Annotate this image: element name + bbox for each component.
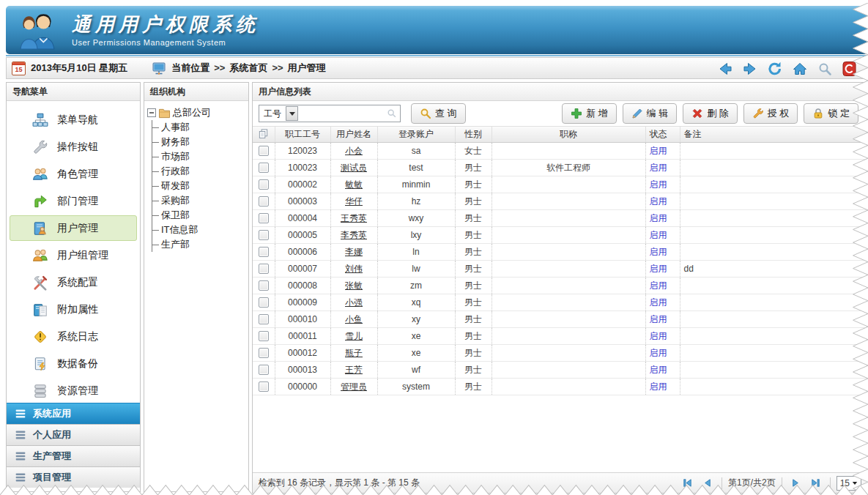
tree-node[interactable]: 财务部 bbox=[152, 135, 245, 149]
cell-status: 启用 bbox=[645, 176, 680, 193]
accordion-header[interactable]: 个人应用 bbox=[7, 424, 140, 445]
user-name-link[interactable]: 王芳 bbox=[345, 365, 363, 375]
cell-status: 启用 bbox=[645, 160, 680, 176]
row-checkbox[interactable] bbox=[259, 264, 269, 274]
nav-item-icon bbox=[32, 329, 48, 345]
tree-node[interactable]: 人事部 bbox=[152, 120, 245, 135]
accordion-header[interactable]: 项目管理 bbox=[7, 466, 140, 488]
tree-node[interactable]: 研发部 bbox=[152, 179, 245, 193]
tree-node[interactable]: IT信息部 bbox=[152, 223, 245, 237]
row-checkbox[interactable] bbox=[259, 247, 269, 257]
user-name-link[interactable]: 刘伟 bbox=[345, 264, 363, 274]
tree-node[interactable]: 保卫部 bbox=[152, 208, 245, 223]
row-checkbox[interactable] bbox=[259, 179, 269, 190]
user-name-link[interactable]: 敏敏 bbox=[345, 179, 363, 190]
nav-menu-item[interactable]: 菜单导航 bbox=[10, 107, 137, 133]
nav-menu-item[interactable]: 用户管理 bbox=[10, 215, 137, 241]
row-checkbox[interactable] bbox=[259, 146, 269, 156]
cell-job-title bbox=[492, 227, 645, 244]
row-checkbox[interactable] bbox=[259, 331, 269, 341]
user-name-link[interactable]: 小鱼 bbox=[345, 314, 363, 324]
prev-page-button[interactable] bbox=[700, 475, 716, 491]
breadcrumb-bar: 15 2013年5月10日 星期五 当前位置>>系统首页>>用户管理 bbox=[6, 57, 868, 79]
next-page-button[interactable] bbox=[788, 475, 804, 491]
tree-node[interactable]: 生产部 bbox=[152, 237, 245, 252]
column-header-title[interactable]: 职称 bbox=[492, 127, 645, 143]
row-checkbox[interactable] bbox=[259, 382, 269, 392]
row-checkbox[interactable] bbox=[259, 297, 269, 308]
tree-node[interactable]: 市场部 bbox=[152, 149, 245, 164]
nav-menu-item[interactable]: 用户组管理 bbox=[10, 242, 137, 268]
select-all-icon[interactable] bbox=[253, 127, 275, 143]
user-name-link[interactable]: 管理员 bbox=[341, 382, 367, 392]
accordion-header[interactable]: 生产管理 bbox=[7, 445, 140, 466]
nav-menu-item[interactable]: 操作按钮 bbox=[10, 134, 137, 160]
toolbar-button[interactable]: 删 除 bbox=[683, 103, 738, 124]
accordion-header[interactable]: 系统应用 bbox=[7, 403, 140, 424]
user-name-link[interactable]: 王秀英 bbox=[341, 213, 367, 223]
search-button[interactable] bbox=[816, 60, 834, 78]
table-row: 000003华仔hz男士启用 bbox=[253, 193, 867, 210]
user-name-link[interactable]: 瓶子 bbox=[345, 348, 363, 358]
search-input[interactable] bbox=[299, 106, 384, 121]
cell-job-title bbox=[492, 294, 645, 311]
column-header-account[interactable]: 登录账户 bbox=[377, 127, 455, 143]
tree-node[interactable]: 行政部 bbox=[152, 164, 245, 179]
toolbar-button[interactable]: 新 增 bbox=[562, 103, 617, 124]
toolbar-button[interactable]: 编 辑 bbox=[623, 103, 678, 124]
last-page-button[interactable] bbox=[808, 475, 824, 491]
cell-job-title bbox=[492, 362, 645, 379]
tree-root-label: 总部公司 bbox=[173, 106, 211, 119]
user-name-link[interactable]: 测试员 bbox=[341, 163, 367, 173]
nav-accordion: 系统应用个人应用生产管理项目管理 bbox=[7, 403, 140, 488]
user-name-link[interactable]: 小会 bbox=[345, 146, 363, 156]
forward-button[interactable] bbox=[741, 60, 759, 78]
breadcrumb-separator: >> bbox=[214, 62, 225, 73]
toolbar-button[interactable]: 锁 定 bbox=[804, 103, 858, 124]
nav-menu-item[interactable]: 数据备份 bbox=[10, 351, 137, 376]
nav-menu-item[interactable]: 部门管理 bbox=[10, 188, 137, 214]
nav-menu-item[interactable]: 角色管理 bbox=[10, 161, 137, 187]
row-checkbox[interactable] bbox=[259, 213, 269, 223]
row-checkbox[interactable] bbox=[259, 314, 269, 324]
toolbar-button[interactable]: 授 权 bbox=[743, 103, 798, 124]
row-checkbox[interactable] bbox=[259, 365, 269, 375]
refresh-button[interactable] bbox=[766, 60, 784, 78]
column-header-gender[interactable]: 性别 bbox=[455, 127, 492, 143]
column-header-name[interactable]: 用户姓名 bbox=[330, 127, 377, 143]
breadcrumb-item[interactable]: >>系统首页 bbox=[209, 62, 267, 73]
column-header-status[interactable]: 状态 bbox=[645, 127, 680, 143]
nav-menu-item[interactable]: 资源管理 bbox=[10, 378, 137, 403]
tree-node[interactable]: 采购部 bbox=[152, 193, 245, 208]
row-checkbox[interactable] bbox=[259, 230, 269, 240]
page-size-select[interactable]: 15 bbox=[837, 476, 861, 491]
user-name-link[interactable]: 李秀英 bbox=[341, 230, 367, 240]
first-page-button[interactable] bbox=[680, 475, 696, 491]
user-name-link[interactable]: 雪儿 bbox=[345, 331, 363, 341]
row-checkbox[interactable] bbox=[259, 196, 269, 206]
user-name-link[interactable]: 华仔 bbox=[345, 196, 363, 206]
back-button[interactable] bbox=[716, 60, 734, 78]
accordion-label: 个人应用 bbox=[33, 428, 71, 442]
tree-root-node[interactable]: 总部公司 bbox=[147, 105, 245, 120]
nav-menu-item[interactable]: 系统配置 bbox=[10, 269, 137, 295]
home-button[interactable] bbox=[791, 60, 809, 78]
power-button[interactable] bbox=[841, 60, 858, 78]
column-header-id[interactable]: 职工工号 bbox=[275, 127, 330, 143]
column-header-note[interactable]: 备注 bbox=[680, 127, 867, 143]
breadcrumb-item[interactable]: >>用户管理 bbox=[267, 62, 325, 73]
org-tree-panel: 组织机构 总部公司 人事部财务部市场部行政部研发部采购部保卫部IT信息部生产部 bbox=[144, 82, 249, 492]
user-name-link[interactable]: 张敏 bbox=[345, 280, 363, 291]
combo-dropdown-button[interactable] bbox=[286, 106, 298, 121]
collapse-toggle-icon[interactable] bbox=[147, 108, 156, 117]
query-button[interactable]: 查 询 bbox=[411, 103, 466, 124]
row-checkbox[interactable] bbox=[259, 280, 269, 291]
cell-note bbox=[680, 244, 867, 261]
nav-menu-item[interactable]: 系统日志 bbox=[10, 324, 137, 349]
nav-menu-item[interactable]: 附加属性 bbox=[10, 297, 137, 322]
user-name-link[interactable]: 小强 bbox=[345, 297, 363, 308]
row-checkbox-cell bbox=[253, 328, 275, 345]
row-checkbox[interactable] bbox=[259, 163, 269, 173]
user-name-link[interactable]: 李娜 bbox=[345, 247, 363, 257]
row-checkbox[interactable] bbox=[259, 348, 269, 358]
